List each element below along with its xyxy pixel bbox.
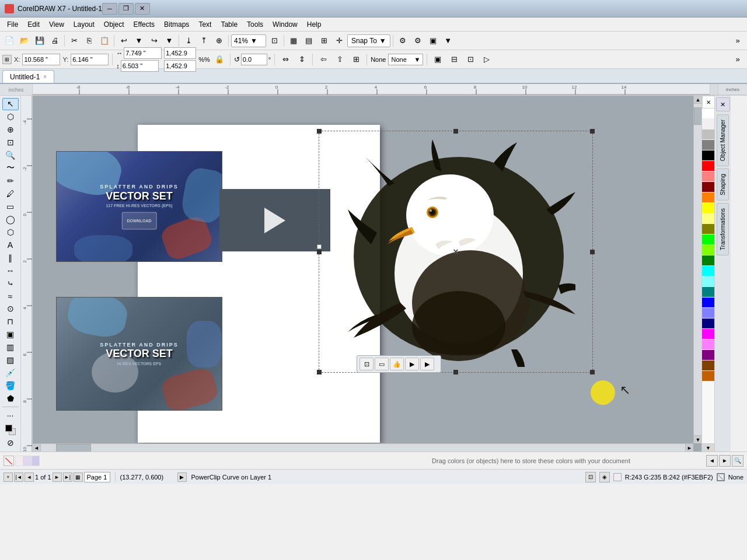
menu-edit[interactable]: Edit bbox=[23, 19, 44, 30]
swatch-olive[interactable] bbox=[702, 224, 714, 235]
swatch-teal[interactable] bbox=[702, 287, 714, 298]
page-first-btn[interactable]: |◄ bbox=[14, 473, 23, 482]
right-tab-shaping[interactable]: Shaping bbox=[717, 169, 729, 201]
rect-tool[interactable]: ▭ bbox=[2, 201, 19, 213]
mirror-v[interactable]: ⇕ bbox=[295, 52, 309, 66]
eagle-image[interactable] bbox=[342, 139, 575, 367]
print-button[interactable]: 🖨 bbox=[48, 34, 62, 48]
scrollbar-thumb-h[interactable] bbox=[56, 444, 91, 452]
scrollbar-horizontal[interactable]: ◄ ► bbox=[33, 443, 693, 452]
menu-object[interactable]: Object bbox=[99, 19, 129, 30]
view-tb3[interactable]: ⊞ bbox=[317, 34, 331, 48]
tb-options1[interactable]: ▣ bbox=[431, 52, 445, 66]
export-button[interactable]: ⤒ bbox=[197, 34, 211, 48]
page-last-btn[interactable]: ►| bbox=[63, 473, 72, 482]
copy-button[interactable]: ⎘ bbox=[82, 34, 96, 48]
video-element[interactable] bbox=[219, 189, 330, 251]
pct2-input[interactable] bbox=[164, 60, 196, 72]
document-tab[interactable]: Untitled-1 × bbox=[2, 70, 54, 83]
view-tb1[interactable]: ▦ bbox=[287, 34, 301, 48]
right-tab-transformations[interactable]: Transformations bbox=[717, 203, 729, 256]
page-prev-btn[interactable]: ◄ bbox=[25, 473, 34, 482]
no-fill-tool[interactable]: ⊘ bbox=[2, 437, 19, 449]
options-tb1[interactable]: ⚙ bbox=[396, 34, 410, 48]
menu-bitmaps[interactable]: Bitmaps bbox=[159, 19, 194, 30]
parallel-tool[interactable]: ∥ bbox=[2, 251, 19, 264]
swatch-ltgreen[interactable] bbox=[702, 245, 714, 256]
expand-toolbar2[interactable]: » bbox=[731, 52, 745, 66]
menu-view[interactable]: View bbox=[44, 19, 69, 30]
nudge-tb3[interactable]: ⊞ bbox=[349, 52, 363, 66]
swatch-ltmagenta[interactable] bbox=[702, 340, 714, 350]
scroll-up-btn[interactable]: ▲ bbox=[694, 96, 701, 104]
swatch-red[interactable] bbox=[702, 161, 714, 172]
y-input[interactable] bbox=[71, 54, 109, 65]
tab-close-icon[interactable]: × bbox=[43, 74, 47, 80]
handle-mr[interactable] bbox=[590, 250, 595, 254]
no-color-swatch[interactable]: ✕ bbox=[702, 96, 714, 108]
crop-tool[interactable]: ⊡ bbox=[2, 136, 19, 149]
height-input[interactable] bbox=[121, 60, 159, 72]
no-color-cell[interactable] bbox=[4, 456, 14, 466]
swatch-silver[interactable] bbox=[702, 130, 714, 140]
artistic-tool[interactable]: 🖊 bbox=[2, 188, 19, 200]
ellipse-tool[interactable]: ◯ bbox=[2, 213, 19, 225]
palette-zoom-btn[interactable]: 🔍 bbox=[732, 455, 743, 467]
ctx-btn1[interactable]: ⊡ bbox=[359, 358, 374, 370]
scrollbar-thumb-v[interactable] bbox=[694, 107, 701, 125]
swatch-dkgreen[interactable] bbox=[702, 256, 714, 266]
calibrate-icon[interactable]: ◈ bbox=[599, 472, 610, 482]
swatch-yellow[interactable] bbox=[702, 203, 714, 214]
cut-button[interactable]: ✂ bbox=[67, 34, 81, 48]
play-button-icon[interactable] bbox=[264, 208, 285, 233]
bezier-tool[interactable]: ✏ bbox=[2, 175, 19, 187]
text-tool[interactable]: A bbox=[2, 239, 19, 251]
menu-help[interactable]: Help bbox=[302, 19, 326, 30]
dimension-tool[interactable]: ↔ bbox=[2, 264, 19, 276]
swatch-white[interactable] bbox=[702, 108, 714, 119]
menu-text[interactable]: Text bbox=[194, 19, 216, 30]
import-button[interactable]: ⤓ bbox=[181, 34, 196, 48]
undo-dropdown[interactable]: ▼ bbox=[132, 34, 146, 48]
pct1-input[interactable] bbox=[164, 47, 196, 59]
x-input[interactable] bbox=[22, 54, 60, 65]
undo-button[interactable]: ↩ bbox=[117, 34, 131, 48]
new-button[interactable]: 📄 bbox=[2, 34, 16, 48]
lock-ratio[interactable]: 🔒 bbox=[212, 52, 226, 66]
envelope-tool[interactable]: ⊓ bbox=[2, 316, 19, 328]
splatter-image-2[interactable]: SPLATTER AND DRIPS VECTOR SET HI-RES VEC… bbox=[56, 297, 222, 411]
tb-options4[interactable]: ▷ bbox=[480, 52, 494, 66]
swatch-ltred[interactable] bbox=[702, 172, 714, 182]
swatch-purple[interactable] bbox=[702, 350, 714, 360]
options-tb3[interactable]: ▣ bbox=[426, 34, 440, 48]
swatch-magenta[interactable] bbox=[702, 329, 714, 340]
palette-scroll-down[interactable]: ▼ bbox=[702, 443, 714, 452]
zoom-fit[interactable]: ⊡ bbox=[267, 34, 281, 48]
scroll-right-btn[interactable]: ► bbox=[685, 444, 693, 452]
monitor-icon[interactable]: ⊡ bbox=[585, 472, 596, 482]
options-tb2[interactable]: ⚙ bbox=[411, 34, 425, 48]
swatch-ltgray[interactable] bbox=[702, 119, 714, 130]
page-next-btn[interactable]: ► bbox=[53, 473, 62, 482]
polygon-tool[interactable]: ⬡ bbox=[2, 226, 19, 238]
expand-toolbar[interactable]: » bbox=[731, 34, 745, 48]
menu-layout[interactable]: Layout bbox=[69, 19, 99, 30]
handle-tr[interactable] bbox=[590, 129, 595, 134]
swatch-orange[interactable] bbox=[702, 192, 714, 203]
palette-color-2[interactable] bbox=[32, 456, 40, 466]
tb-options3[interactable]: ⊡ bbox=[463, 52, 477, 66]
nudge-tb1[interactable]: ⇦ bbox=[316, 52, 330, 66]
swatch-cyan[interactable] bbox=[702, 266, 714, 276]
width-input[interactable] bbox=[124, 47, 162, 59]
transform-tool[interactable]: ⊕ bbox=[2, 124, 19, 136]
ctx-btn4[interactable]: ▶ bbox=[405, 358, 419, 370]
palette-color-0[interactable] bbox=[15, 456, 23, 466]
menu-tools[interactable]: Tools bbox=[242, 19, 268, 30]
more-tools[interactable]: ··· bbox=[2, 409, 19, 421]
transparency-tool[interactable]: ▨ bbox=[2, 354, 19, 366]
zoom-selector[interactable]: 41% ▼ bbox=[231, 34, 266, 47]
mirror-h[interactable]: ⇔ bbox=[278, 52, 292, 66]
blend-tool[interactable]: ≈ bbox=[2, 290, 19, 302]
scroll-left-btn[interactable]: ◄ bbox=[33, 444, 41, 452]
page-new-btn[interactable]: + bbox=[4, 473, 13, 482]
